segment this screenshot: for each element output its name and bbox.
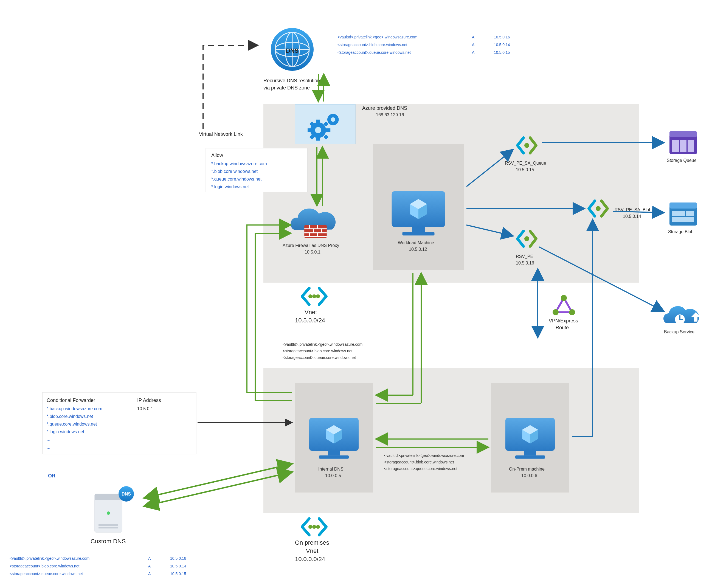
dns-records-top: <vaultId>.privatelink.<geo>.windowsazure… [337,35,510,55]
cond-fwd-ip-title: IP Address [137,398,161,403]
svg-text:<storageaccount>.queue.core.wi: <storageaccount>.queue.core.windows.net [337,50,411,55]
onprem-machine-label: On-Prem machine [509,467,545,471]
allow-item: *.queue.core.windows.net [211,177,262,181]
svg-text:<storageaccount>.queue.core.wi: <storageaccount>.queue.core.windows.net [282,355,356,360]
cond-fwd-item: ... [47,437,50,442]
pe-rsv-label: RSV_PE [516,254,533,259]
dns-caption-l1: Recursive DNS resolution [264,78,320,83]
pe-rsv-ip: 10.5.0.16 [516,261,534,265]
virtual-network-link: Virtual Network Link [199,45,258,137]
svg-text:10.5.0.14: 10.5.0.14 [494,43,510,47]
svg-text:<storageaccount>.blob.core.win: <storageaccount>.blob.core.windows.net [384,460,454,464]
cond-fwd-item: *.queue.core.windows.net [47,422,97,426]
onprem-vnet-label2: Vnet [306,547,318,554]
svg-text:A: A [472,35,475,39]
storage-queue-label: Storage Queue [667,158,697,163]
dns-records-bottom: <vaultId>.privatelink.<geo>.windowsazure… [9,556,186,576]
vpn-label-l1: VPN/Express [549,318,578,323]
svg-text:<vaultId>.privatelink.<geo>.wi: <vaultId>.privatelink.<geo>.windowsazure… [384,453,464,458]
vnet-cidr: 10.5.0.0/24 [295,317,325,324]
cond-fwd-item: *.login.windows.net [47,429,84,434]
svg-text:A: A [472,43,475,47]
svg-text:<storageaccount>.queue.core.wi: <storageaccount>.queue.core.windows.net [9,571,83,576]
svg-text:A: A [472,50,475,55]
svg-text:<storageaccount>.blob.core.win: <storageaccount>.blob.core.windows.net [282,349,353,353]
svg-text:10.5.0.15: 10.5.0.15 [170,571,186,576]
backup-service-label: Backup Service [664,330,694,334]
azure-dns-ip: 168.63.129.16 [376,112,404,117]
vnet-label: Vnet [305,309,317,316]
vpn-icon [552,295,575,315]
storage-queue-icon [669,131,697,154]
svg-text:A: A [148,571,151,576]
svg-text:10.5.0.16: 10.5.0.16 [494,35,510,39]
svg-text:<vaultId>.privatelink.<geo>.wi: <vaultId>.privatelink.<geo>.windowsazure… [337,35,417,39]
pe-blob-ip: 10.5.0.14 [623,214,641,219]
cond-fwd-ip: 10.5.0.1 [137,406,153,411]
allow-item: *.blob.core.windows.net [211,169,258,174]
dns-globe-icon [271,28,314,71]
pe-queue-label: RSV_PE_SA_Queue [505,161,546,166]
svg-text:<vaultId>.privatelink.<geo>.wi: <vaultId>.privatelink.<geo>.windowsazure… [282,342,362,346]
vnl-label: Virtual Network Link [199,131,243,137]
svg-text:10.5.0.14: 10.5.0.14 [170,564,186,568]
storage-blob-icon [669,203,697,226]
vpn-label-l2: Route [556,325,569,330]
pe-queue-ip: 10.5.0.15 [516,167,534,172]
vnet-icon [302,288,326,304]
svg-text:A: A [148,564,151,568]
custom-dns-badge-icon [119,486,134,502]
onprem-vnet-label: On premises [295,539,329,546]
storage-blob-label: Storage Blob [668,229,694,234]
backup-service-icon [664,306,700,324]
firewall-label: Azure Firewall as DNS Proxy [282,243,339,248]
allow-item: *.backup.windowsazure.com [211,161,267,166]
onprem-vnet-icon [302,519,326,535]
onprem-machine-ip: 10.0.0.6 [521,473,537,478]
cond-fwd-item: ... [47,445,50,449]
svg-text:<vaultId>.privatelink.<geo>.wi: <vaultId>.privatelink.<geo>.windowsazure… [9,556,89,561]
firewall-ip: 10.5.0.1 [305,250,320,254]
svg-text:<storageaccount>.queue.core.wi: <storageaccount>.queue.core.windows.net [384,466,457,471]
workload-ip: 10.5.0.12 [409,247,427,252]
internal-dns-ip: 10.0.0.5 [325,473,341,478]
allow-item: *.login.windows.net [211,184,249,189]
workload-label: Workload Machine [398,240,434,245]
or-label: OR [48,473,56,479]
cond-fwd-title: Conditional Forwarder [47,398,95,403]
onprem-vnet-cidr: 10.0.0.0/24 [295,555,325,563]
cond-fwd-item: *.backup.windowsazure.com [47,406,102,411]
cond-fwd-item: *.blob.core.windows.net [47,414,93,419]
internal-dns-label: Internal DNS [318,467,343,471]
svg-text:A: A [148,556,151,561]
custom-dns-label: Custom DNS [90,538,126,545]
svg-text:10.5.0.16: 10.5.0.16 [170,556,186,561]
mid-records: <vaultId>.privatelink.<geo>.windowsazure… [282,342,362,360]
custom-dns-server-icon [95,494,122,532]
azure-dns-title: Azure provided DNS [362,105,407,111]
svg-text:<storageaccount>.blob.core.win: <storageaccount>.blob.core.windows.net [337,43,407,47]
svg-text:<storageaccount>.blob.core.win: <storageaccount>.blob.core.windows.net [9,564,80,568]
dns-caption-l2: via private DNS zone [264,85,310,90]
onprem-records: <vaultId>.privatelink.<geo>.windowsazure… [384,453,464,471]
svg-text:10.5.0.15: 10.5.0.15 [494,50,510,55]
allow-title: Allow [211,152,223,158]
